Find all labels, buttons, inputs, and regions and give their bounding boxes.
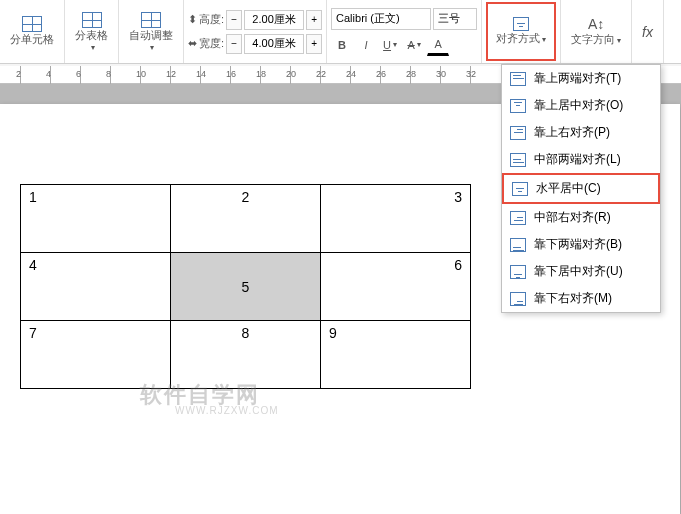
align-menu-item-label: 水平居中(C) <box>536 180 601 197</box>
ruler-number: 30 <box>436 69 446 79</box>
align-menu-item[interactable]: 靠下居中对齐(U) <box>502 258 660 285</box>
table-row: 4 5 6 <box>21 253 471 321</box>
document-table[interactable]: 1 2 3 4 5 6 7 8 9 <box>20 184 471 389</box>
table-cell[interactable]: 9 <box>321 321 471 389</box>
align-menu-item[interactable]: 靠下右对齐(M) <box>502 285 660 312</box>
align-tr-icon <box>510 126 526 140</box>
chevron-down-icon: ▾ <box>617 36 621 45</box>
text-direction-button[interactable]: A↕ 文字方向▾ <box>565 2 627 61</box>
table-cell[interactable]: 7 <box>21 321 171 389</box>
width-dec-button[interactable]: − <box>226 34 242 54</box>
font-group: B I U▾ A▾ A <box>327 0 482 63</box>
align-mc-icon <box>512 182 528 196</box>
text-direction-label: 文字方向 <box>571 33 615 45</box>
align-menu-item[interactable]: 靠下两端对齐(B) <box>502 231 660 258</box>
ruler-number: 10 <box>136 69 146 79</box>
align-menu-item-label: 靠上两端对齐(T) <box>534 70 621 87</box>
table-cell[interactable]: 1 <box>21 185 171 253</box>
table-cell[interactable]: 4 <box>21 253 171 321</box>
ruler-number: 22 <box>316 69 326 79</box>
align-menu-item[interactable]: 水平居中(C) <box>502 173 660 204</box>
align-menu-item-label: 中部两端对齐(L) <box>534 151 621 168</box>
table-row: 7 8 9 <box>21 321 471 389</box>
align-menu-item-label: 中部右对齐(R) <box>534 209 611 226</box>
size-group: ⬍ 高度: − + ⬌ 宽度: − + <box>184 0 327 63</box>
ruler-number: 20 <box>286 69 296 79</box>
chevron-down-icon: ▾ <box>150 43 154 52</box>
split-table-button[interactable]: 分表格▾ <box>69 2 114 61</box>
width-input[interactable] <box>244 34 304 54</box>
table-cell[interactable]: 2 <box>171 185 321 253</box>
ruler-number: 16 <box>226 69 236 79</box>
align-group: 对齐方式▾ <box>482 0 561 63</box>
align-menu-item-label: 靠上右对齐(P) <box>534 124 610 141</box>
ruler-number: 4 <box>46 69 51 79</box>
split-table-group: 分表格▾ <box>65 0 119 63</box>
width-inc-button[interactable]: + <box>306 34 322 54</box>
formula-group: fx <box>632 0 664 63</box>
align-menu-item[interactable]: 中部两端对齐(L) <box>502 146 660 173</box>
autofit-button[interactable]: 自动调整▾ <box>123 2 179 61</box>
underline-button[interactable]: U▾ <box>379 34 401 56</box>
ruler-number: 6 <box>76 69 81 79</box>
height-label: 高度: <box>199 12 224 27</box>
height-input[interactable] <box>244 10 304 30</box>
align-menu-item[interactable]: 靠上右对齐(P) <box>502 119 660 146</box>
align-ml-icon <box>510 153 526 167</box>
align-tc-icon <box>510 99 526 113</box>
ruler-number: 28 <box>406 69 416 79</box>
align-menu-item-label: 靠下右对齐(M) <box>534 290 612 307</box>
align-mr-icon <box>510 211 526 225</box>
align-menu-item[interactable]: 靠上两端对齐(T) <box>502 65 660 92</box>
table-cell[interactable]: 8 <box>171 321 321 389</box>
align-menu-item[interactable]: 中部右对齐(R) <box>502 204 660 231</box>
font-size-select[interactable] <box>433 8 477 30</box>
align-button[interactable]: 对齐方式▾ <box>486 2 556 61</box>
ruler-number: 12 <box>166 69 176 79</box>
height-icon: ⬍ <box>188 13 197 26</box>
font-color-button[interactable]: A <box>427 34 449 56</box>
height-dec-button[interactable]: − <box>226 10 242 30</box>
width-label: 宽度: <box>199 36 224 51</box>
ruler-number: 2 <box>16 69 21 79</box>
ruler-number: 26 <box>376 69 386 79</box>
formula-button[interactable]: fx <box>636 2 659 61</box>
split-cell-button[interactable]: 分单元格 <box>4 2 60 61</box>
align-button-label: 对齐方式 <box>496 32 540 44</box>
ruler-number: 18 <box>256 69 266 79</box>
table-row: 1 2 3 <box>21 185 471 253</box>
align-br-icon <box>510 292 526 306</box>
align-menu-item-label: 靠下两端对齐(B) <box>534 236 622 253</box>
autofit-icon <box>141 12 161 28</box>
font-name-select[interactable] <box>331 8 431 30</box>
fx-icon: fx <box>642 24 653 40</box>
align-menu-item-label: 靠上居中对齐(O) <box>534 97 623 114</box>
align-dropdown-menu: 靠上两端对齐(T)靠上居中对齐(O)靠上右对齐(P)中部两端对齐(L)水平居中(… <box>501 64 661 313</box>
split-cell-label: 分单元格 <box>10 32 54 47</box>
ribbon-toolbar: 分单元格 分表格▾ 自动调整▾ ⬍ 高度: − + ⬌ 宽度: − + <box>0 0 681 64</box>
ruler-number: 14 <box>196 69 206 79</box>
table-cell[interactable]: 6 <box>321 253 471 321</box>
split-cell-icon <box>22 16 42 32</box>
ruler-number: 24 <box>346 69 356 79</box>
bold-button[interactable]: B <box>331 34 353 56</box>
chevron-down-icon: ▾ <box>542 35 546 44</box>
align-menu-item[interactable]: 靠上居中对齐(O) <box>502 92 660 119</box>
align-bl-icon <box>510 238 526 252</box>
width-icon: ⬌ <box>188 37 197 50</box>
ruler-number: 32 <box>466 69 476 79</box>
align-tl-icon <box>510 72 526 86</box>
align-icon <box>513 17 529 31</box>
align-menu-item-label: 靠下居中对齐(U) <box>534 263 623 280</box>
table-cell-selected[interactable]: 5 <box>171 253 321 321</box>
text-direction-icon: A↕ <box>588 16 604 32</box>
strikethrough-button[interactable]: A▾ <box>403 34 425 56</box>
height-inc-button[interactable]: + <box>306 10 322 30</box>
autofit-label: 自动调整 <box>129 28 173 43</box>
italic-button[interactable]: I <box>355 34 377 56</box>
table-cell[interactable]: 3 <box>321 185 471 253</box>
chevron-down-icon: ▾ <box>91 43 95 52</box>
align-bc-icon <box>510 265 526 279</box>
split-table-icon <box>82 12 102 28</box>
autofit-group: 自动调整▾ <box>119 0 184 63</box>
